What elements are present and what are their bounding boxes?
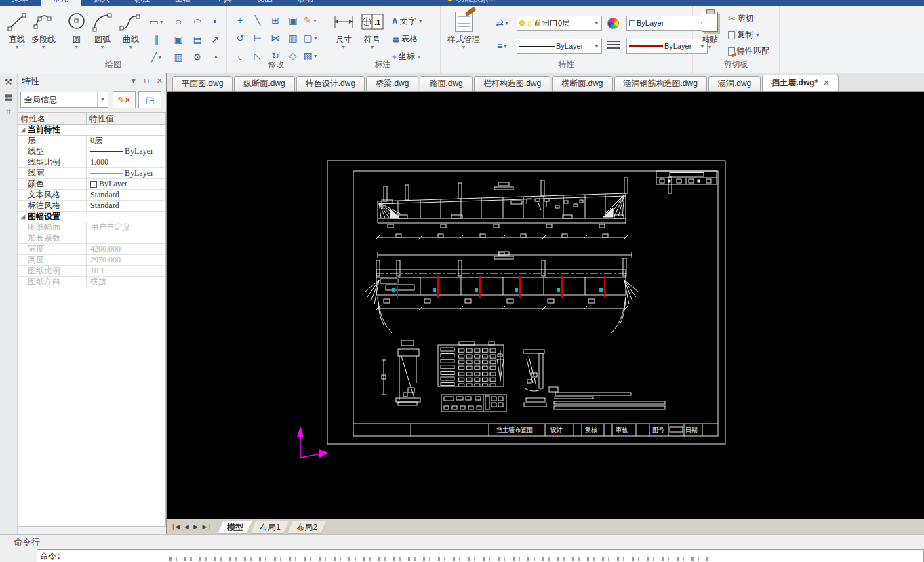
menu-tab-home[interactable]: 常用 <box>41 0 81 6</box>
property-row-lineweight[interactable]: 线宽 ByLayer <box>18 168 165 179</box>
property-row-layer[interactable]: 层 0层 <box>18 136 165 146</box>
doc-tab-culvert-rebar[interactable]: 涵洞钢筋构造图.dwg <box>614 76 707 91</box>
mirror-icon[interactable]: ⋈ <box>268 31 283 45</box>
property-row-text-style[interactable]: 文本风格 Standard <box>18 190 165 201</box>
menu-tab-annotate[interactable]: 标注 <box>122 0 163 6</box>
property-row-linetype[interactable]: 线型 ByLayer <box>18 146 165 157</box>
palette-dropdown-icon[interactable]: ▼ <box>129 77 137 85</box>
rectangle-icon[interactable]: ▭▼ <box>149 14 164 29</box>
palette-close-icon[interactable]: ✕ <box>157 77 163 85</box>
doc-tab-bridge[interactable]: 桥梁.dwg <box>366 76 418 91</box>
copy-object-icon[interactable]: ▣ <box>285 13 300 28</box>
property-row-height[interactable]: 高度 2970.000 <box>18 255 165 266</box>
line-button[interactable]: 直线▼ <box>5 10 28 49</box>
doc-tab-profile[interactable]: 纵断面.dwg <box>234 76 294 91</box>
property-row-dim-style[interactable]: 标注风格 Standard <box>18 201 165 212</box>
match-properties-button[interactable]: 特性匹配 <box>728 45 769 57</box>
doc-tab-cross-section[interactable]: 横断面.dwg <box>552 76 612 91</box>
copy-button[interactable]: 复制▼ <box>728 29 760 41</box>
rect-select-icon[interactable]: ▢▼ <box>303 31 318 45</box>
cad-drawing[interactable]: 挡土墙布置图 设计 复核 审核 图号 日期 <box>167 92 924 519</box>
move-icon[interactable]: + <box>233 13 247 28</box>
property-row-lengthen-factor[interactable]: 加长系数 <box>18 233 165 244</box>
palette-pin-toggle-icon[interactable]: ⊓ <box>144 77 150 85</box>
property-row-width[interactable]: 宽度 4200.000 <box>18 244 165 255</box>
paste-button[interactable]: 粘贴▼ <box>698 10 721 49</box>
property-row-color[interactable]: 颜色 ByLayer <box>18 179 165 190</box>
global-info-combo[interactable]: 全局信息 ▼ <box>20 92 108 108</box>
array-icon[interactable]: ⊞ <box>268 13 283 28</box>
trim-icon[interactable]: ╲ <box>250 13 265 28</box>
palette-pin-icon[interactable]: ⚒ <box>3 76 15 88</box>
arc-button[interactable]: 圆弧▼ <box>91 10 114 49</box>
menu-tab-tools[interactable]: 工具 <box>203 0 244 6</box>
tab-layout1[interactable]: 布局1 <box>249 521 291 534</box>
collapse-icon[interactable]: ◢ <box>18 127 28 133</box>
menu-tab-insert[interactable]: 插入 <box>81 0 122 6</box>
hatch-lines-icon[interactable]: ∥ <box>149 32 164 47</box>
drawing-canvas[interactable]: 挡土墙布置图 设计 复核 审核 图号 日期 <box>167 92 924 519</box>
doc-tab-retaining-wall[interactable]: 挡土墙.dwg*✕ <box>762 75 839 91</box>
table-button[interactable]: ▦ 表格 <box>392 33 418 45</box>
ribbon: 直线▼ 多段线▼ 圆▼ 圆弧▼ 曲线▼ ▭▼ ○ <box>0 6 924 73</box>
spline-button[interactable]: 曲线▼ <box>119 10 142 49</box>
palette-sheet-icon[interactable]: ▦ <box>3 91 15 103</box>
style-manager-button[interactable]: 样式管理▼ <box>447 10 480 49</box>
property-row-orientation[interactable]: 图纸方向 横放 <box>18 277 165 287</box>
draw-group-label: 绘图 <box>0 59 226 71</box>
doc-tab-railing[interactable]: 栏杆构造图.dwg <box>474 76 550 91</box>
color-value: ByLayer <box>637 19 664 27</box>
group-row-sheet-settings[interactable]: ◢ 图幅设置 <box>18 212 165 222</box>
layer-combo[interactable]: ☼ 0层 ▼ <box>517 16 602 31</box>
layer-translate-icon[interactable]: ⇄▼ <box>495 16 510 31</box>
erase-icon[interactable]: ✎▼ <box>303 13 318 28</box>
stretch-icon[interactable]: ▥ <box>285 31 300 45</box>
point-icon[interactable]: • <box>207 14 222 29</box>
polyline-button[interactable]: 多段线▼ <box>31 10 56 49</box>
leader-arrow-icon[interactable]: ↗ <box>207 32 222 47</box>
group-row-current[interactable]: ◢ 当前特性 <box>18 125 165 136</box>
tab-layout2[interactable]: 布局2 <box>287 521 328 534</box>
property-row-scale[interactable]: 图纸比例 10:1 <box>18 266 165 277</box>
palette-grid-icon[interactable]: ⌗ <box>3 106 15 118</box>
tab-model[interactable]: 模型 <box>217 521 254 534</box>
color-wheel-icon[interactable] <box>607 18 619 29</box>
clipped-status-text <box>169 557 712 561</box>
ellipse-icon[interactable]: ○ <box>169 14 188 29</box>
linetype-combo[interactable]: ByLayer ▼ <box>517 39 602 54</box>
text-button[interactable]: A 文字▼ <box>392 16 423 27</box>
quick-select-button[interactable]: ◲ <box>138 91 161 108</box>
menu-tab-help[interactable]: 帮助 <box>285 0 325 6</box>
red-x-icon: ✕ <box>125 96 130 104</box>
cut-button[interactable]: ✂ 剪切 <box>728 13 754 24</box>
extend-icon[interactable]: ⊢ <box>250 31 265 45</box>
edit-cancel-button[interactable]: ✎✕ <box>113 91 136 108</box>
doc-tab-culvert[interactable]: 涵洞.dwg <box>708 76 761 91</box>
rotate-reference-icon[interactable]: ↺ <box>233 31 247 45</box>
cylinder-icon[interactable]: ▤ <box>190 32 205 47</box>
collapse-icon[interactable]: ◢ <box>18 214 28 220</box>
menu-tab-view[interactable]: 视图 <box>244 0 285 6</box>
palette-header: 特性 ▼ ⊓ ✕ <box>18 73 167 89</box>
properties-table: 特性名 特性值 ◢ 当前特性 层 0层 线型 ByLayer 线型比例 1.00… <box>18 112 166 527</box>
function-search[interactable]: 功能搜索... <box>447 0 496 5</box>
menu-tab-menu[interactable]: 菜单 <box>0 0 41 6</box>
symbol-button[interactable]: .1 符号▼ <box>361 10 384 49</box>
doc-tab-feature-design[interactable]: 特色设计.dwg <box>296 76 365 91</box>
menu-tab-sheet[interactable]: 图幅 <box>163 0 203 6</box>
property-row-sheet-size[interactable]: 图纸幅面 用户自定义 <box>18 222 165 233</box>
linestyle-list-icon[interactable]: ≡▼ <box>495 39 510 54</box>
doc-tab-planview[interactable]: 平面图.dwg <box>172 76 233 91</box>
tab-nav-arrows[interactable]: |◀ ◀ ▶ ▶| <box>167 523 217 530</box>
lineweight-icon[interactable] <box>607 41 620 49</box>
property-row-linetype-scale[interactable]: 线型比例 1.000 <box>18 157 165 168</box>
region-icon[interactable]: ▣ <box>171 32 186 47</box>
table-header: 特性名 特性值 <box>18 113 165 125</box>
doc-tab-pavement[interactable]: 路面.dwg <box>420 76 472 91</box>
arc-segment-icon[interactable]: ◠ <box>190 14 205 29</box>
symbol-icon: .1 <box>361 10 384 33</box>
dimension-button[interactable]: 尺寸▼ <box>332 10 355 49</box>
cyan-markers <box>392 288 603 292</box>
circle-button[interactable]: 圆▼ <box>65 10 88 49</box>
close-icon[interactable]: ✕ <box>823 79 829 87</box>
